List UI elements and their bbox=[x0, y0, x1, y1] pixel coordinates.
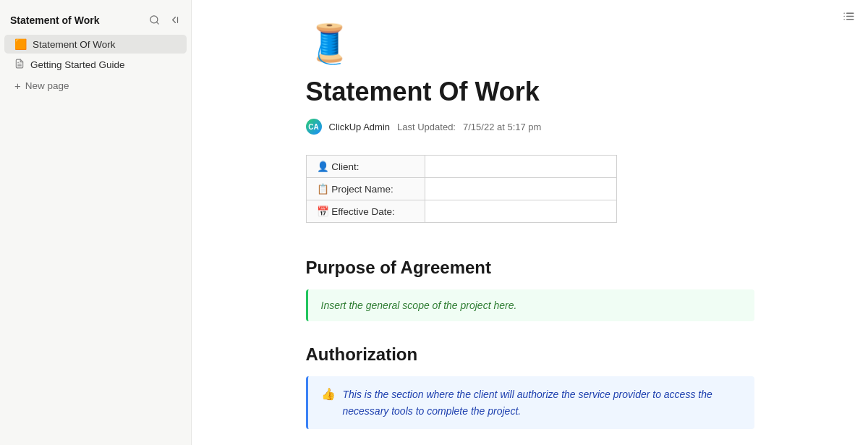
new-page-button[interactable]: + New page bbox=[4, 76, 187, 96]
sidebar-item-getting-started-label: Getting Started Guide bbox=[30, 59, 125, 70]
getting-started-guide-icon bbox=[14, 59, 25, 71]
doc-options-button[interactable] bbox=[840, 7, 858, 28]
sidebar-item-statement-of-work-label: Statement Of Work bbox=[33, 39, 116, 50]
collapse-sidebar-button[interactable] bbox=[167, 13, 181, 27]
doc-container: 🧵 Statement Of Work CA ClickUp Admin Las… bbox=[284, 0, 776, 445]
avatar-initials: CA bbox=[308, 123, 318, 131]
effective-date-value[interactable] bbox=[425, 200, 616, 223]
last-updated-value: 7/15/22 at 5:17 pm bbox=[463, 122, 541, 132]
search-icon bbox=[149, 14, 160, 25]
list-icon bbox=[843, 10, 855, 22]
main-content: 🧵 Statement Of Work CA ClickUp Admin Las… bbox=[192, 0, 868, 445]
avatar: CA bbox=[306, 119, 322, 135]
purpose-callout: Insert the general scope of the project … bbox=[306, 289, 754, 321]
doc-icon bbox=[14, 59, 25, 69]
table-row: 📅 Effective Date: bbox=[306, 200, 616, 223]
authorization-callout-emoji: 👍 bbox=[321, 387, 336, 401]
statement-of-work-icon: 🟧 bbox=[14, 38, 27, 50]
info-table-wrapper: 👤 Client: 📋 Project Name: 📅 Effective Da… bbox=[306, 155, 617, 249]
sidebar-header-icons bbox=[148, 13, 181, 27]
new-page-label: New page bbox=[25, 80, 69, 91]
doc-meta: CA ClickUp Admin Last Updated: 7/15/22 a… bbox=[306, 119, 754, 135]
purpose-callout-text: Insert the general scope of the project … bbox=[321, 300, 517, 311]
search-button[interactable] bbox=[148, 13, 161, 27]
plus-icon: + bbox=[14, 80, 21, 92]
svg-line-1 bbox=[156, 22, 158, 24]
client-value[interactable] bbox=[425, 156, 616, 178]
sidebar-item-getting-started-guide[interactable]: Getting Started Guide bbox=[4, 55, 187, 75]
client-label: 👤 Client: bbox=[306, 156, 425, 178]
authorization-section-title: Authorization bbox=[306, 344, 754, 365]
table-row: 👤 Client: bbox=[306, 156, 616, 178]
effective-date-label: 📅 Effective Date: bbox=[306, 200, 425, 223]
project-name-value[interactable] bbox=[425, 178, 616, 200]
authorization-callout-text: This is the section where the client wil… bbox=[343, 386, 741, 419]
table-row: 📋 Project Name: bbox=[306, 178, 616, 200]
collapse-icon bbox=[169, 14, 179, 25]
sidebar-item-statement-of-work[interactable]: 🟧 Statement Of Work bbox=[4, 35, 187, 54]
project-name-label: 📋 Project Name: bbox=[306, 178, 425, 200]
last-updated-label: Last Updated: bbox=[397, 122, 456, 132]
sidebar: Statement of Work 🟧 Statement Of Work bbox=[0, 0, 192, 445]
sidebar-header: Statement of Work bbox=[0, 7, 191, 34]
top-bar bbox=[840, 7, 858, 28]
authorization-callout: 👍 This is the section where the client w… bbox=[306, 376, 754, 429]
doc-emoji: 🧵 bbox=[306, 22, 754, 66]
purpose-section-title: Purpose of Agreement bbox=[306, 258, 754, 278]
doc-title: Statement Of Work bbox=[306, 76, 754, 107]
doc-author: ClickUp Admin bbox=[329, 122, 391, 132]
sidebar-title: Statement of Work bbox=[10, 14, 99, 26]
info-table: 👤 Client: 📋 Project Name: 📅 Effective Da… bbox=[306, 155, 617, 223]
